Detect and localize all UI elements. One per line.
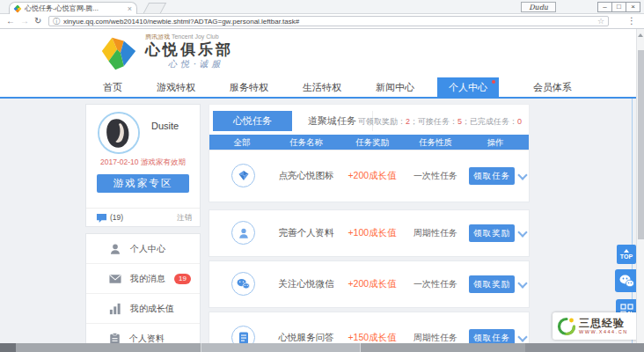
sidebar-item-personal-center[interactable]: 个人中心	[86, 234, 200, 264]
col-task-name: 任务名称	[289, 137, 323, 149]
notification-dot	[492, 80, 495, 84]
sidebar-menu: 个人中心 我的消息 19 我的成长值 个人资料	[85, 233, 201, 343]
vertical-scrollbar-thumb[interactable]	[638, 50, 644, 239]
address-bar: ← → ↻ ⓘ xinyue.qq.com/web201410/newbie.s…	[0, 14, 644, 29]
sidebar-item-label: 我的消息	[130, 273, 165, 285]
chevron-down-icon[interactable]	[517, 170, 527, 180]
vertical-scrollbar[interactable]	[636, 29, 644, 343]
browser-menu-icon[interactable]: ⋮	[627, 16, 636, 26]
arrow-up-icon	[624, 249, 629, 253]
bottom-bar-segment[interactable]	[525, 343, 644, 352]
nav-item-game-privileges[interactable]: 游戏特权	[157, 77, 195, 97]
col-task-type: 任务性质	[419, 137, 452, 149]
forward-icon[interactable]: →	[20, 16, 29, 26]
nav-item-member-system[interactable]: 会员体系	[533, 77, 572, 97]
avatar[interactable]	[98, 112, 140, 154]
gamer-zone-button[interactable]: 游戏家专区	[97, 174, 189, 193]
minimize-button[interactable]: –	[597, 2, 612, 12]
user-icon	[231, 221, 255, 245]
mail-icon	[109, 274, 121, 284]
message-count[interactable]: (19)	[110, 213, 123, 222]
tab-strip: 心悦任务-心悦官网-腾... × Dudu – □ ×	[0, 0, 644, 14]
logo-text: 腾讯游戏 Tencent Joy Club 心悦俱乐部 心悦·诚服	[145, 33, 233, 73]
sidebar-item-growth-value[interactable]: 我的成长值	[86, 294, 200, 324]
table-row: 心悦服务问答 +150成长值 周期性任务 领取任务	[209, 312, 530, 343]
claim-reward-button[interactable]: 领取奖励	[469, 224, 515, 242]
page-info-icon[interactable]: ⓘ	[53, 17, 60, 26]
bottom-bar-segment[interactable]	[16, 343, 201, 352]
user-icon	[109, 243, 121, 255]
tab-close-icon[interactable]: ×	[128, 4, 132, 13]
close-button[interactable]: ×	[626, 2, 640, 12]
bottom-bar-segment[interactable]	[0, 343, 16, 352]
bottom-bar[interactable]	[0, 343, 644, 352]
nav-item-life-privileges[interactable]: 生活特权	[303, 77, 341, 97]
bookmark-star-icon[interactable]: ☆	[597, 17, 604, 26]
username: Dusite	[151, 121, 179, 131]
maximize-button[interactable]: □	[611, 2, 626, 12]
nav-item-news-center[interactable]: 新闻中心	[376, 77, 414, 97]
nav-item-service-privileges[interactable]: 服务特权	[230, 77, 268, 97]
scroll-up-icon[interactable]	[638, 33, 643, 37]
browser-window: 心悦任务-心悦官网-腾... × Dudu – □ × ← → ↻ ⓘ xiny…	[0, 0, 644, 352]
accept-task-button[interactable]: 领取任务	[469, 329, 515, 343]
accept-task-button[interactable]: 领取任务	[469, 167, 515, 185]
wechat-icon	[231, 272, 255, 296]
site-header: 腾讯游戏 Tencent Joy Club 心悦俱乐部 心悦·诚服	[0, 29, 636, 77]
xinyue-logo[interactable]: 腾讯游戏 Tencent Joy Club 心悦俱乐部 心悦·诚服	[99, 33, 233, 73]
task-type: 周期性任务	[413, 227, 457, 239]
profile-card: Dusite 2017-02-10 游戏家有效期 游戏家专区 (19) 注销	[85, 104, 201, 227]
xinyue-favicon-icon	[13, 4, 21, 12]
browser-brand-label: Dudu	[521, 2, 556, 12]
site-nav: 首页 游戏特权 服务特权 生活特权 新闻中心 个人中心 会员体系	[0, 77, 636, 99]
chevron-down-icon[interactable]	[517, 227, 527, 237]
new-tab-button[interactable]	[143, 3, 166, 13]
tab-title: 心悦任务-心悦官网-腾...	[25, 4, 124, 13]
claim-reward-button[interactable]: 领取奖励	[469, 275, 515, 293]
nav-item-personal-center[interactable]: 个人中心	[437, 77, 499, 97]
task-reward: +150成长值	[348, 332, 396, 343]
task-reward: +200成长值	[348, 278, 396, 290]
browser-tab[interactable]: 心悦任务-心悦官网-腾... ×	[9, 2, 137, 14]
message-row: (19) 注销	[86, 208, 200, 227]
chevron-down-icon[interactable]	[517, 278, 527, 288]
xinyue-gem-icon	[99, 33, 139, 73]
url-text[interactable]: xinyue.qq.com/web201410/newbie.shtml?ADT…	[63, 18, 594, 26]
watermark: 三思经验 WWW.X444.CN	[553, 312, 636, 340]
logout-link[interactable]: 注销	[177, 213, 192, 224]
task-panel: 心悦任务 道聚城任务 可领取奖励：2；可接任务：5；已完成任务：0 全部 任务名…	[209, 104, 530, 343]
nav-item-label: 个人中心	[449, 82, 487, 92]
bottom-bar-segment[interactable]	[201, 343, 360, 352]
chat-bubble-icon[interactable]	[96, 213, 107, 224]
tab-xinyue-tasks[interactable]: 心悦任务	[213, 111, 292, 131]
watermark-site: WWW.X444.CN	[579, 329, 628, 334]
back-icon[interactable]: ←	[6, 16, 15, 26]
table-row: 完善个人资料 +100成长值 周期性任务 领取奖励	[209, 209, 530, 257]
membership-expiry: 2017-02-10 游戏家有效期	[86, 158, 200, 168]
logo-brand-line: 腾讯游戏 Tencent Joy Club	[145, 33, 233, 41]
task-type: 周期性任务	[413, 332, 457, 343]
task-summary: 可领取奖励：2；可接任务：5；已完成任务：0	[358, 116, 522, 128]
refresh-icon[interactable]: ↻	[34, 16, 41, 26]
table-header: 全部 任务名称 任务奖励 任务性质 操作	[209, 135, 529, 150]
bottom-bar-segment[interactable]	[360, 343, 525, 352]
task-reward: +200成长值	[348, 170, 396, 182]
sidebar-item-personal-profile[interactable]: 个人资料	[86, 324, 200, 343]
col-all[interactable]: 全部	[234, 137, 251, 149]
sidebar-item-my-messages[interactable]: 我的消息 19	[86, 264, 200, 294]
table-row: 关注心悦微信 +200成长值 一次性任务 领取奖励	[209, 260, 530, 308]
task-name: 完善个人资料	[279, 227, 334, 239]
chevron-down-icon[interactable]	[517, 332, 527, 341]
task-type: 一次性任务	[413, 170, 457, 182]
wechat-float-button[interactable]	[615, 269, 636, 292]
watermark-text: 三思经验 WWW.X444.CN	[579, 318, 628, 334]
profile-card-icon	[109, 333, 121, 344]
sidebar-item-label: 我的成长值	[130, 303, 174, 315]
url-input[interactable]: ⓘ xinyue.qq.com/web201410/newbie.shtml?A…	[48, 16, 609, 26]
col-task-reward: 任务奖励	[355, 137, 389, 149]
task-name: 点亮心悦图标	[279, 170, 334, 182]
task-type: 一次性任务	[413, 278, 457, 290]
back-to-top-button[interactable]: TOP	[617, 245, 636, 264]
task-name: 关注心悦微信	[279, 278, 334, 290]
nav-item-home[interactable]: 首页	[103, 77, 122, 97]
